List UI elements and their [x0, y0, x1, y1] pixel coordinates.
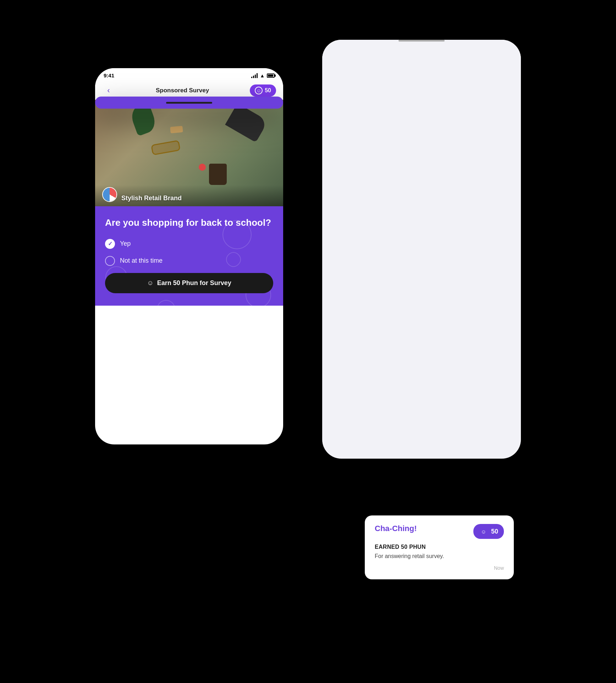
earn-button[interactable]: ☺ Earn 50 Phun for Survey — [105, 273, 273, 293]
popup-description: For answering retail survey. — [375, 553, 504, 559]
left-status-icons: ▲ — [251, 73, 275, 78]
left-home-bar — [166, 102, 212, 104]
right-home-indicator — [322, 40, 521, 459]
survey-question: Are you shopping for back to school? — [105, 217, 273, 229]
earn-button-smiley: ☺ — [147, 279, 153, 287]
back-button[interactable]: ‹ — [102, 84, 115, 97]
item-decoration — [170, 126, 183, 133]
option-yes-label: Yep — [120, 240, 131, 247]
right-home-bar — [398, 40, 445, 42]
item-decoration2 — [199, 164, 206, 171]
brand-logo — [102, 187, 117, 202]
glasses-decoration — [151, 140, 181, 155]
survey-section: Are you shopping for back to school? ✓ Y… — [95, 206, 283, 306]
signal-icon — [251, 73, 258, 78]
shoe-decoration — [225, 103, 268, 143]
brand-logo-inner — [103, 188, 116, 201]
left-phone: 9:41 ▲ ‹ Sponsored Survey ☺ 50 — [95, 68, 283, 444]
popup-title: Cha-Ching! — [375, 524, 417, 533]
left-token-count: 50 — [265, 87, 271, 94]
option-no[interactable]: Not at this time — [105, 256, 273, 266]
option-no-circle — [105, 256, 115, 266]
brand-name: Stylish Retail Brand — [121, 195, 182, 202]
popup-time: Now — [375, 565, 504, 571]
battery-icon — [267, 73, 275, 78]
right-phone: 9:41 ▲ ‹ Wallet ☺ 300 TOKEN — [322, 40, 521, 459]
popup-token-count: 50 — [491, 528, 498, 535]
option-yes-circle: ✓ — [105, 239, 115, 249]
popup-header: Cha-Ching! ☺ 50 — [375, 524, 504, 539]
svg-point-3 — [157, 300, 175, 306]
left-header-title: Sponsored Survey — [156, 87, 209, 94]
left-smiley-icon: ☺ — [255, 87, 263, 94]
notification-popup: Cha-Ching! ☺ 50 EARNED 50 PHUN For answe… — [365, 515, 514, 579]
popup-earned-label: EARNED 50 PHUN — [375, 544, 504, 550]
left-home-indicator — [95, 97, 283, 109]
left-token-badge: ☺ 50 — [250, 84, 276, 97]
brand-image: Stylish Retail Brand — [95, 100, 283, 206]
popup-token-badge: ☺ 50 — [473, 524, 504, 539]
bag-decoration — [209, 164, 227, 185]
left-status-bar: 9:41 ▲ — [95, 68, 283, 81]
left-time: 9:41 — [104, 72, 114, 78]
brand-overlay: Stylish Retail Brand — [95, 185, 283, 206]
wifi-icon: ▲ — [260, 73, 265, 78]
option-yes[interactable]: ✓ Yep — [105, 239, 273, 249]
earn-button-label: Earn 50 Phun for Survey — [157, 279, 231, 287]
option-no-label: Not at this time — [120, 257, 163, 264]
popup-smiley-icon: ☺ — [479, 527, 488, 536]
checkmark-icon: ✓ — [108, 240, 112, 247]
